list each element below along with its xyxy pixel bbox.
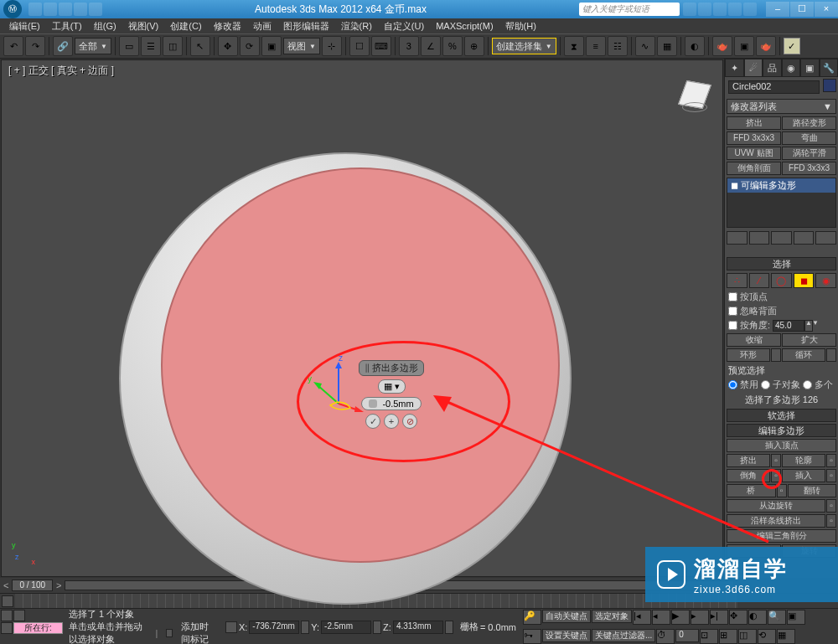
extrude-spline-button[interactable]: 沿样条线挤出 xyxy=(727,514,825,528)
add-time-tag[interactable]: 添加时间标记 xyxy=(181,621,217,644)
maximize-button[interactable]: ☐ xyxy=(790,2,814,17)
ring-button[interactable]: 环形 xyxy=(727,348,770,362)
nav-zoomext[interactable]: ⊡ xyxy=(700,629,718,644)
redo-button[interactable]: ↷ xyxy=(25,36,45,56)
qat-btn[interactable] xyxy=(44,3,57,16)
stack-unique[interactable] xyxy=(771,231,792,245)
pivot-button[interactable]: ⊹ xyxy=(322,36,342,56)
menu-help[interactable]: 帮助(H) xyxy=(499,20,542,33)
menu-maxscript[interactable]: MAXScript(M) xyxy=(430,21,499,31)
set-key-icon[interactable]: 🗝 xyxy=(523,629,541,644)
play-button[interactable]: ▶ xyxy=(671,610,690,625)
goto-end[interactable]: ▸| xyxy=(710,610,728,625)
key-filters-button[interactable]: 关键点过滤器... xyxy=(592,629,655,642)
coin-mesh[interactable] xyxy=(119,152,572,605)
stack-config[interactable] xyxy=(815,231,836,245)
rollout-softsel[interactable]: 软选择 xyxy=(727,409,836,422)
tab-display[interactable]: ▣ xyxy=(800,59,820,77)
bevel-button[interactable]: 倒角 xyxy=(727,469,770,482)
app-logo[interactable]: Ⓜ xyxy=(3,0,22,18)
nav-region[interactable]: ◫ xyxy=(738,629,757,644)
move-tool[interactable]: ✥ xyxy=(218,36,238,56)
infocenter-btn[interactable] xyxy=(713,3,727,16)
edit-tri-button[interactable]: 编辑三角剖分 xyxy=(727,529,836,543)
z-spinner[interactable] xyxy=(445,621,453,634)
loop-button[interactable]: 循环 xyxy=(782,348,825,362)
close-button[interactable]: × xyxy=(815,2,838,17)
rad-subobj[interactable] xyxy=(761,380,770,389)
schematic-view[interactable]: ▦ xyxy=(657,36,677,56)
y-field[interactable]: -2.5mm xyxy=(321,621,371,634)
stack-item-editable-poly[interactable]: ◼ 可编辑多边形 xyxy=(727,178,835,193)
infocenter-btn[interactable] xyxy=(743,3,757,16)
lock-icon[interactable] xyxy=(166,629,172,637)
inset-settings-button[interactable]: ▫ xyxy=(826,469,836,482)
caddy-value-spinner[interactable]: -0.5mm xyxy=(361,397,421,410)
arrow-tool[interactable]: ↖ xyxy=(190,36,210,56)
infocenter-btn[interactable] xyxy=(683,3,696,16)
x-field[interactable]: -736.72mm xyxy=(249,621,299,634)
rotate-tool[interactable]: ⟳ xyxy=(240,36,260,56)
viewcube[interactable] xyxy=(675,77,714,116)
hinge-settings-button[interactable]: ▫ xyxy=(826,499,836,513)
bridge-settings-button[interactable]: ▫ xyxy=(777,484,787,497)
menu-render[interactable]: 渲染(R) xyxy=(335,20,378,33)
subobj-polygon[interactable]: ◼ xyxy=(794,273,815,288)
angle-snap[interactable]: ∠ xyxy=(421,36,441,56)
hinge-button[interactable]: 从边旋转 xyxy=(727,499,825,513)
stack-remove[interactable] xyxy=(794,231,815,245)
menu-graph[interactable]: 图形编辑器 xyxy=(277,20,335,33)
grow-button[interactable]: 扩大 xyxy=(782,333,836,347)
nav-orbit[interactable]: ⟲ xyxy=(758,629,776,644)
modbtn-bend[interactable]: 弯曲 xyxy=(782,131,836,145)
keyboard-button[interactable]: ⌨ xyxy=(371,36,391,56)
modbtn-bevelprofile[interactable]: 倒角剖面 xyxy=(727,162,781,175)
time-config[interactable]: ⏱ xyxy=(656,629,675,644)
scale-tool[interactable]: ▣ xyxy=(261,36,282,56)
modbtn-ffd[interactable]: FFD 3x3x3 xyxy=(727,131,781,145)
link-button[interactable]: 🔗 xyxy=(53,36,73,56)
selection-filter[interactable]: 全部▼ xyxy=(75,38,111,54)
menu-create[interactable]: 创建(C) xyxy=(164,20,207,33)
object-color-swatch[interactable] xyxy=(823,79,836,92)
modbtn-turbosmooth[interactable]: 涡轮平滑 xyxy=(782,147,836,160)
caddy-cancel-button[interactable]: ⊘ xyxy=(402,414,417,429)
tab-motion[interactable]: ◉ xyxy=(782,59,801,77)
subobj-border[interactable]: ◯ xyxy=(771,273,792,288)
nav-zoomall[interactable]: ⊞ xyxy=(719,629,737,644)
key-mode-toggle[interactable]: 🔑 xyxy=(523,610,541,625)
render-setup[interactable]: 🫖 xyxy=(712,36,732,56)
chk-by-vertex[interactable] xyxy=(728,292,737,301)
object-name-field[interactable]: Circle002 xyxy=(728,80,820,94)
menu-edit[interactable]: 编辑(E) xyxy=(3,20,46,33)
chk-by-angle[interactable] xyxy=(728,321,737,330)
caddy-ok-button[interactable]: ✓ xyxy=(365,414,380,429)
shrink-button[interactable]: 收缩 xyxy=(727,333,781,347)
minimize-button[interactable]: – xyxy=(766,2,789,17)
prev-frame[interactable]: ◂ xyxy=(652,610,670,625)
frame-field[interactable]: 0 xyxy=(675,629,699,642)
goto-start[interactable]: |◂ xyxy=(633,610,651,625)
rad-multi[interactable] xyxy=(803,380,812,389)
angle-field[interactable]: 45.0 xyxy=(773,320,804,332)
qat-btn[interactable] xyxy=(89,3,102,16)
y-spinner[interactable] xyxy=(373,621,381,634)
menu-animation[interactable]: 动画 xyxy=(247,20,277,33)
layers-button[interactable]: ☷ xyxy=(608,36,628,56)
mirror-button[interactable]: ⧗ xyxy=(564,36,584,56)
modbtn-ffd2[interactable]: FFD 3x3x3 xyxy=(782,162,836,175)
viewport-label[interactable]: [ + ] 正交 [ 真实 + 边面 ] xyxy=(8,64,114,78)
select-name-button[interactable]: ☰ xyxy=(141,36,161,56)
nav-walk[interactable]: ◐ xyxy=(748,610,767,625)
curve-editor[interactable]: ∿ xyxy=(635,36,655,56)
maxscript-mini2[interactable] xyxy=(13,610,25,621)
modbtn-uvw[interactable]: UVW 贴图 xyxy=(727,147,781,160)
maxscript-mini[interactable] xyxy=(1,610,13,621)
chk-ignore-backfacing[interactable] xyxy=(728,307,737,316)
time-slider-handle[interactable]: 0 / 100 xyxy=(12,580,53,591)
stack-show[interactable] xyxy=(749,231,770,245)
caddy-type-dropdown[interactable]: ▦ ▾ xyxy=(378,379,406,394)
undo-button[interactable]: ↶ xyxy=(3,36,23,56)
nav-pan[interactable]: ✥ xyxy=(729,610,747,625)
subobj-vertex[interactable]: ∴ xyxy=(727,273,747,288)
